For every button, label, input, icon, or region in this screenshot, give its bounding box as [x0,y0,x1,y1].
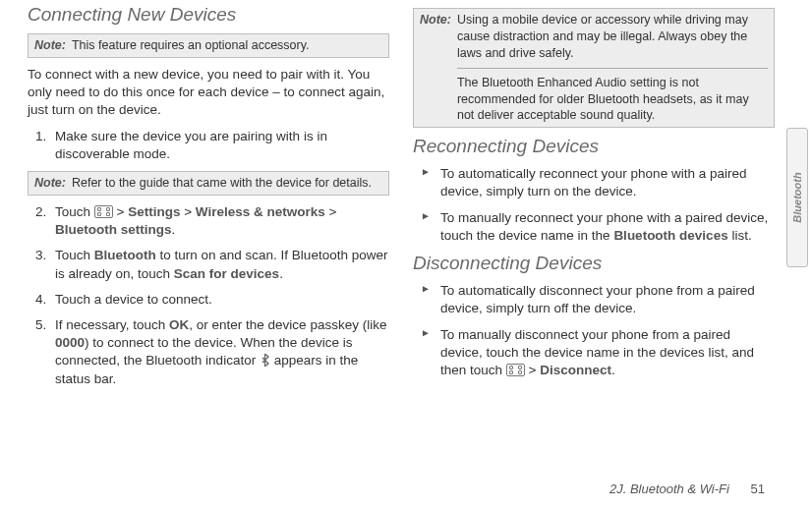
step-2-pre: Touch [55,204,94,219]
ok-label: OK [169,317,189,332]
note-label: Note: [420,12,451,124]
apps-icon [94,205,113,218]
step-3: Touch Bluetooth to turn on and scan. If … [41,247,389,282]
bluetooth-label: Bluetooth [94,248,156,262]
gt-icon: > [180,204,195,219]
note-body-2: The Bluetooth Enhanced Audio setting is … [457,76,749,123]
reconnect-list: To automatically reconnect your phone wi… [413,165,775,245]
side-tab: Bluetooth [786,128,808,267]
heading-connecting: Connecting New Devices [28,4,389,26]
settings-label: Settings [128,204,180,219]
step-4: Touch a device to connect. [41,291,389,309]
reconnect-1-text: To automatically reconnect your phone wi… [440,166,746,198]
apps-icon [506,364,525,376]
intro-paragraph: To connect with a new device, you need t… [28,66,389,120]
note-body-1: Using a mobile device or accessory while… [457,13,748,60]
step-5-pre: If necessary, touch [55,317,169,332]
step-5-mid1: , or enter the device passkey (like [189,317,386,332]
step-3-post: . [279,266,283,281]
gt-icon: > [113,204,128,219]
disconnect-item-2: To manually disconnect your phone from a… [427,326,775,380]
reconnect-item-2: To manually reconnect your phone with a … [427,209,775,245]
left-column: Connecting New Devices Note: This featur… [28,2,389,396]
right-column: Note: Using a mobile device or accessory… [413,2,775,396]
disconnect-list: To automatically disconnect your phone f… [413,282,775,379]
gt-icon: > [325,204,337,219]
scan-label: Scan for devices [174,266,279,281]
page-footer: 2J. Bluetooth & Wi-Fi 51 [609,482,765,496]
note-divider [457,68,768,69]
reconnect-2-post: list. [728,228,752,243]
note-body: This feature requires an optional access… [72,37,382,54]
steps-list: Make sure the device you are pairing wit… [28,128,389,388]
note-label: Note: [34,37,66,54]
note-body: Refer to the guide that came with the de… [72,175,382,192]
passkey-zeros: 0000 [55,335,85,350]
step-2: Touch > Settings > Wireless & networks >… [41,203,389,239]
step-1: Make sure the device you are pairing wit… [41,128,389,196]
note-body-wrap: Using a mobile device or accessory while… [457,12,768,124]
note-accessory: Note: This feature requires an optional … [28,33,389,58]
page-body: Connecting New Devices Note: This featur… [0,0,812,440]
note-driving: Note: Using a mobile device or accessory… [413,8,775,128]
note-refer-guide: Note: Refer to the guide that came with … [28,171,389,196]
step-5: If necessary, touch OK, or enter the dev… [41,316,389,388]
note-label: Note: [34,175,66,192]
side-tab-label: Bluetooth [791,172,803,222]
reconnect-item-1: To automatically reconnect your phone wi… [427,165,775,200]
footer-page-number: 51 [751,482,765,496]
step-1-text: Make sure the device you are pairing wit… [55,129,327,161]
disconnect-1-text: To automatically disconnect your phone f… [440,283,755,315]
heading-disconnecting: Disconnecting Devices [413,253,775,274]
step-4-text: Touch a device to connect. [55,292,212,307]
wireless-networks-label: Wireless & networks [196,204,325,219]
disconnect-item-1: To automatically disconnect your phone f… [427,282,775,317]
bluetooth-settings-label: Bluetooth settings [55,222,172,237]
bluetooth-devices-label: Bluetooth devices [613,228,727,243]
step-3-pre: Touch [55,248,94,262]
disconnect-2-post: . [611,363,615,377]
bluetooth-icon [260,354,270,367]
footer-section: 2J. Bluetooth & Wi-Fi [609,482,729,496]
disconnect-label: Disconnect [540,363,611,377]
step-2-post: . [172,222,176,237]
heading-reconnecting: Reconnecting Devices [413,136,775,157]
gt-icon: > [525,363,540,377]
